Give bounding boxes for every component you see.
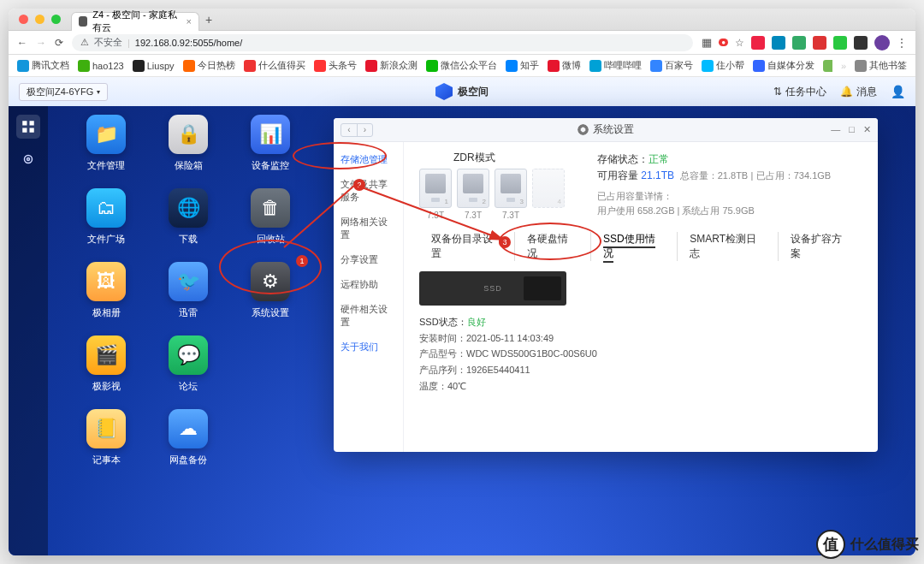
dock-settings-icon[interactable] xyxy=(16,147,40,171)
chevron-down-icon: ▾ xyxy=(97,88,100,96)
desktop-icon[interactable]: 📊设备监控 xyxy=(229,115,311,185)
desktop-icon[interactable]: 🗂文件广场 xyxy=(65,188,147,258)
logo-icon xyxy=(435,83,453,100)
ssd-status-line: SSD状态：良好 xyxy=(419,314,864,330)
new-tab-button[interactable]: + xyxy=(199,13,218,27)
bookmark-item[interactable]: 哔哩哔哩 xyxy=(589,59,642,72)
disk-slot[interactable]: 4 xyxy=(532,169,565,220)
bookmark-item[interactable]: 百家号 xyxy=(650,59,693,72)
settings-menu-item[interactable]: 硬件相关设置 xyxy=(334,297,403,335)
profile-avatar-icon[interactable] xyxy=(874,35,890,50)
settings-menu-item[interactable]: 远程协助 xyxy=(334,272,403,297)
close-tab-icon[interactable]: × xyxy=(187,16,192,27)
settings-menu-item[interactable]: 网络相关设置 xyxy=(334,210,403,247)
desktop-icon[interactable]: 🎬极影视 xyxy=(65,335,147,406)
star-icon[interactable]: ☆ xyxy=(735,37,744,49)
messages-button[interactable]: 🔔 消息 xyxy=(840,85,877,99)
ext-icon[interactable] xyxy=(854,36,868,50)
back-icon[interactable]: ← xyxy=(17,37,27,49)
desktop-icon[interactable]: 📒记事本 xyxy=(65,409,147,479)
bookmark-item[interactable]: 什么值得买 xyxy=(244,59,305,72)
insecure-icon: ⚠ xyxy=(80,37,89,48)
desktop-icon[interactable]: 🔒保险箱 xyxy=(147,115,229,185)
minimize-icon[interactable]: ― xyxy=(831,124,840,135)
bookmark-item[interactable]: 头条号 xyxy=(314,59,357,72)
tab-title: Z4 - 极空间 - 家庭私有云 xyxy=(92,9,181,34)
bookmark-item[interactable]: 新浪众测 xyxy=(365,59,418,72)
browser-tab[interactable]: Z4 - 极空间 - 家庭私有云 × xyxy=(71,12,199,31)
bookmark-item[interactable]: 知乎 xyxy=(506,59,539,72)
ext-icon[interactable] xyxy=(813,36,826,50)
desktop-icon-label: 文件管理 xyxy=(65,159,147,172)
minimize-window-icon[interactable] xyxy=(35,15,44,24)
storage-tab[interactable]: 各硬盘情况 xyxy=(515,232,591,261)
device-selector[interactable]: 极空间Z4-6YFG ▾ xyxy=(19,83,108,101)
maximize-window-icon[interactable] xyxy=(51,15,61,24)
user-icon[interactable]: 👤 xyxy=(891,85,905,98)
reload-icon[interactable]: ⟳ xyxy=(55,37,63,49)
settings-menu-item[interactable]: 文件及共享服务 xyxy=(334,172,403,210)
status-value: 正常 xyxy=(649,153,669,165)
desktop-icon[interactable]: 🐦迅雷 xyxy=(147,262,229,332)
gear-icon: ⚙ xyxy=(251,262,290,301)
ext-icon[interactable] xyxy=(751,36,765,50)
desktop-icon-label: 保险箱 xyxy=(147,159,229,172)
disk-slot[interactable]: 37.3T xyxy=(495,169,527,220)
window-titlebar[interactable]: ‹ › 系统设置 ― □ ✕ xyxy=(334,118,878,142)
menu-icon[interactable]: ⋮ xyxy=(897,37,907,49)
desktop-icon[interactable]: 🗑回收站 xyxy=(229,188,311,258)
bookmark-item[interactable]: 微博 xyxy=(548,59,581,72)
desktop-icon-label: 系统设置 xyxy=(229,306,311,319)
close-icon[interactable]: ✕ xyxy=(863,124,871,135)
svg-point-5 xyxy=(27,158,30,161)
ssd-install-time: 安装时间：2021-05-11 14:03:49 xyxy=(419,330,864,347)
ext-icon[interactable] xyxy=(833,36,847,50)
storage-tab[interactable]: SSD使用情况 xyxy=(591,232,678,261)
empty-bay-icon: 4 xyxy=(532,169,565,208)
ext-icon[interactable] xyxy=(772,36,785,50)
bookmark-favicon-icon xyxy=(650,60,662,72)
task-center-button[interactable]: ⇅ 任务中心 xyxy=(773,85,826,99)
bookmark-item[interactable]: 住小帮 xyxy=(702,59,744,72)
desktop-icon-label: 记事本 xyxy=(65,454,147,466)
storage-tab[interactable]: SMART检测日志 xyxy=(678,232,779,261)
desktop-icon[interactable]: 🌐下载 xyxy=(147,188,229,258)
bell-icon: 🔔 xyxy=(840,86,853,98)
ext-icon[interactable] xyxy=(792,36,806,50)
notes-icon: 📒 xyxy=(86,409,126,448)
settings-menu-item[interactable]: 分享设置 xyxy=(334,247,403,272)
settings-menu-item[interactable]: 关于我们 xyxy=(334,335,403,359)
bookmark-favicon-icon xyxy=(78,60,90,72)
desktop-icon[interactable]: ☁网盘备份 xyxy=(147,409,229,479)
desktop-icon[interactable]: 📁文件管理 xyxy=(65,115,147,185)
close-window-icon[interactable] xyxy=(19,15,28,24)
desktop-icon-label: 下载 xyxy=(147,233,229,246)
bookmark-item[interactable]: hao123 xyxy=(78,59,124,72)
maximize-icon[interactable]: □ xyxy=(849,124,855,135)
desktop-icon[interactable]: ⚙系统设置 xyxy=(229,262,311,332)
bookmark-item[interactable]: Liuspy xyxy=(133,59,175,72)
desktop-icon-label: 论坛 xyxy=(147,380,229,393)
bookmark-item[interactable]: 腾讯文档 xyxy=(17,59,69,72)
hdd-icon: 3 xyxy=(495,169,527,208)
storage-tab[interactable]: 设备扩容方案 xyxy=(779,232,864,261)
window-history-nav[interactable]: ‹ › xyxy=(341,123,373,137)
bookmark-item[interactable]: 今日热榜 xyxy=(183,59,235,72)
settings-menu-item[interactable]: 存储池管理 xyxy=(334,147,403,172)
bookmark-item[interactable]: 自媒体分发 xyxy=(753,59,814,72)
bookmark-item[interactable]: 果壳 xyxy=(823,59,832,72)
dock-apps-icon[interactable] xyxy=(16,115,40,139)
annotation-badge-3: 3 xyxy=(499,236,511,248)
bookmark-favicon-icon xyxy=(365,60,377,72)
forward-icon[interactable]: → xyxy=(36,37,46,49)
back-icon[interactable]: ‹ xyxy=(341,124,357,136)
address-bar[interactable]: ⚠ 不安全 | 192.168.0.92:5055/home/ xyxy=(72,34,693,51)
desktop-icon[interactable]: 🖼极相册 xyxy=(65,262,147,332)
desktop-icon[interactable]: 💬论坛 xyxy=(147,335,229,406)
bookmark-folder[interactable]: 其他书签 xyxy=(855,59,907,72)
forward-icon[interactable]: › xyxy=(357,124,372,136)
qr-icon[interactable]: ▦ xyxy=(702,36,712,49)
bookmark-item[interactable]: 微信公众平台 xyxy=(426,59,497,72)
disk-slot[interactable]: 17.3T xyxy=(419,169,452,220)
disk-slot[interactable]: 27.3T xyxy=(457,169,489,220)
